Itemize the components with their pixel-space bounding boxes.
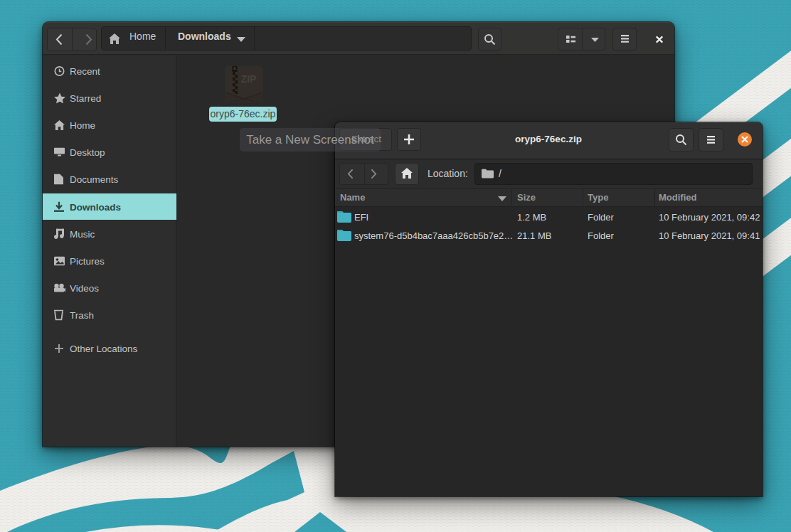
svg-text:ZIP: ZIP	[241, 73, 257, 85]
